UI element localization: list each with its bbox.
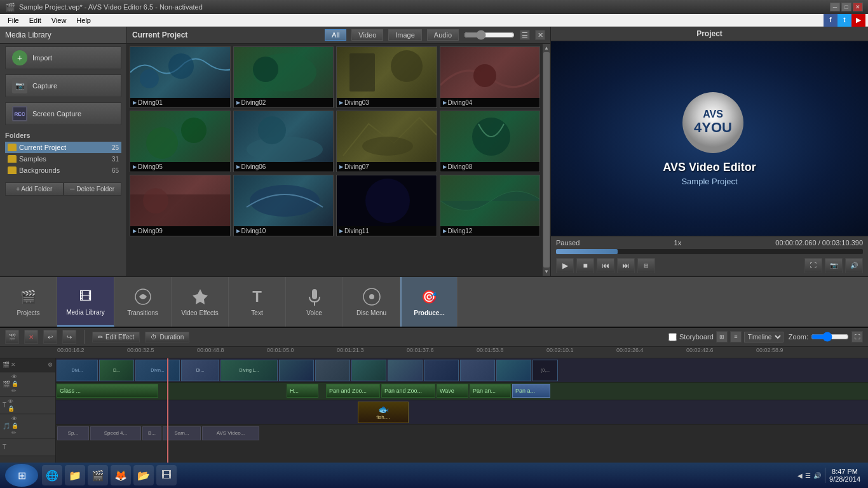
media-item[interactable]: ▶Diving10	[233, 175, 334, 236]
fullscreen-button[interactable]: ⛶	[804, 258, 822, 273]
folder-backgrounds[interactable]: Backgrounds 65	[5, 165, 121, 176]
media-item[interactable]: ▶Diving11	[336, 175, 437, 236]
prev-button[interactable]: ⏮	[597, 258, 614, 273]
undo-button[interactable]: ✕	[24, 330, 38, 344]
facebook-icon[interactable]: f	[824, 14, 837, 27]
systray-arrow[interactable]: ◀	[797, 472, 803, 479]
video-clip[interactable]: Di...	[181, 360, 219, 381]
close-panel-button[interactable]: ✕	[535, 30, 545, 40]
youtube-icon[interactable]: ▶	[851, 14, 865, 27]
filter-all-button[interactable]: All	[325, 29, 346, 41]
video-clip[interactable]: Divin...	[135, 360, 180, 381]
filter-image-button[interactable]: Image	[388, 29, 422, 41]
timeline-view-btn[interactable]: ≡	[730, 331, 742, 342]
text-clip[interactable]: Pan an...	[470, 384, 511, 398]
frame-step-button[interactable]: ⊞	[637, 258, 655, 273]
media-item[interactable]: ▶Diving01	[130, 46, 231, 108]
close-button[interactable]: ✕	[853, 3, 863, 11]
media-item[interactable]: ▶Diving12	[440, 175, 541, 236]
bottom-clip[interactable]: Speed 4...	[90, 426, 141, 440]
edit-effect-button[interactable]: ✏ Edit Effect	[92, 332, 140, 342]
video-clip[interactable]	[424, 360, 459, 381]
toolbar-voice[interactable]: Voice	[286, 277, 343, 327]
video-clip[interactable]	[351, 360, 386, 381]
video-clip[interactable]	[460, 360, 495, 381]
storyboard-checkbox[interactable]	[668, 333, 677, 341]
media-item[interactable]: ▶Diving08	[440, 111, 541, 172]
start-button[interactable]	[5, 464, 38, 487]
bottom-clip[interactable]: Sam...	[163, 426, 201, 440]
toolbar-video-effects[interactable]: Video Effects	[172, 277, 229, 327]
bottom-clip[interactable]: B...	[142, 426, 161, 440]
timeline-icon-1[interactable]: 🎬	[5, 330, 19, 344]
play-button[interactable]: ▶	[556, 258, 574, 273]
timeline-view-select[interactable]: Timeline	[744, 332, 783, 342]
duration-button[interactable]: ⏱ Duration	[145, 332, 189, 342]
bottom-clip[interactable]: Sp...	[57, 426, 89, 440]
screen-capture-button[interactable]: REC Screen Capture	[5, 102, 121, 125]
toolbar-projects[interactable]: 🎬 Projects	[0, 277, 57, 327]
media-scrollbar[interactable]: ▲ ▼	[543, 44, 550, 276]
taskbar-media[interactable]: 🎞	[156, 465, 177, 485]
video-clip[interactable]: Diving L...	[220, 360, 278, 381]
video-clip[interactable]	[496, 360, 531, 381]
snapshot-button[interactable]: 📷	[825, 258, 843, 273]
media-item[interactable]: ▶Diving06	[233, 111, 334, 172]
media-item[interactable]: ▶Diving07	[336, 111, 437, 172]
twitter-icon[interactable]: t	[837, 14, 851, 27]
capture-button[interactable]: 📷 Capture	[5, 74, 121, 97]
add-folder-button[interactable]: + Add Folder	[5, 182, 64, 196]
media-item[interactable]: ▶Diving02	[233, 46, 334, 108]
taskbar-video[interactable]: 🎬	[88, 465, 108, 485]
menu-file[interactable]: File	[3, 17, 24, 24]
fit-timeline-button[interactable]: ⛶	[851, 331, 863, 342]
playback-progress-bar[interactable]	[556, 249, 863, 254]
video-clip[interactable]: D...	[99, 360, 134, 381]
toolbar-text[interactable]: T Text	[229, 277, 286, 327]
taskbar-firefox[interactable]: 🦊	[111, 465, 131, 485]
taskbar-folder[interactable]: 📂	[133, 465, 154, 485]
toolbar-media-library[interactable]: 🎞 Media Library	[57, 277, 114, 327]
toolbar-disc-menu[interactable]: Disc Menu	[343, 277, 400, 327]
redo-arrow-button[interactable]: ↪	[62, 330, 76, 344]
undo-arrow-button[interactable]: ↩	[43, 330, 57, 344]
system-clock[interactable]: 8:47 PM 9/28/2014	[829, 468, 860, 483]
systray-network[interactable]: ☰	[805, 472, 811, 479]
maximize-button[interactable]: □	[841, 3, 851, 11]
text-clip[interactable]: Pan and Zoo...	[326, 384, 380, 398]
media-item[interactable]: ▶Diving04	[440, 46, 541, 108]
text-clip[interactable]: Wave	[437, 384, 468, 398]
volume-button[interactable]: 🔊	[845, 258, 863, 273]
media-item[interactable]: ▶Diving09	[130, 175, 231, 236]
minimize-button[interactable]: ─	[830, 3, 840, 11]
folder-samples[interactable]: Samples 31	[5, 153, 121, 165]
systray-volume[interactable]: 🔊	[813, 472, 821, 479]
next-button[interactable]: ⏭	[617, 258, 635, 273]
text-clip[interactable]: Pan and Zoo...	[381, 384, 435, 398]
folder-current-project[interactable]: Current Project 25	[5, 142, 121, 153]
media-item[interactable]: ▶Diving05	[130, 111, 231, 172]
size-slider[interactable]	[464, 30, 515, 40]
text-clip[interactable]: Glass ...	[57, 384, 158, 398]
video-clip[interactable]: Divi...	[57, 360, 98, 381]
text-clip[interactable]: H...	[287, 384, 318, 398]
storyboard-toggle[interactable]: Storyboard ⊞ ≡ Timeline	[668, 331, 783, 342]
menu-edit[interactable]: Edit	[24, 17, 46, 24]
taskbar-explorer[interactable]: 📁	[65, 465, 85, 485]
delete-folder-button[interactable]: ─ Delete Folder	[64, 182, 122, 196]
media-item[interactable]: ▶Diving03	[336, 46, 437, 108]
grid-view-button[interactable]: ☰	[520, 30, 530, 40]
toolbar-transitions[interactable]: Transitions	[114, 277, 172, 327]
text-clip[interactable]: Pan a...	[512, 384, 550, 398]
video-clip[interactable]	[388, 360, 423, 381]
video-clip[interactable]	[315, 360, 350, 381]
menu-help[interactable]: Help	[71, 17, 96, 24]
video-clip[interactable]	[279, 360, 314, 381]
audio-clip[interactable]: 🐟 fish....	[358, 402, 409, 423]
zoom-slider[interactable]	[811, 332, 849, 342]
storyboard-btn[interactable]: ⊞	[716, 331, 728, 342]
import-button[interactable]: + Import	[5, 46, 121, 69]
filter-video-button[interactable]: Video	[351, 29, 383, 41]
menu-view[interactable]: View	[46, 17, 72, 24]
bottom-clip[interactable]: AVS Video...	[202, 426, 259, 440]
